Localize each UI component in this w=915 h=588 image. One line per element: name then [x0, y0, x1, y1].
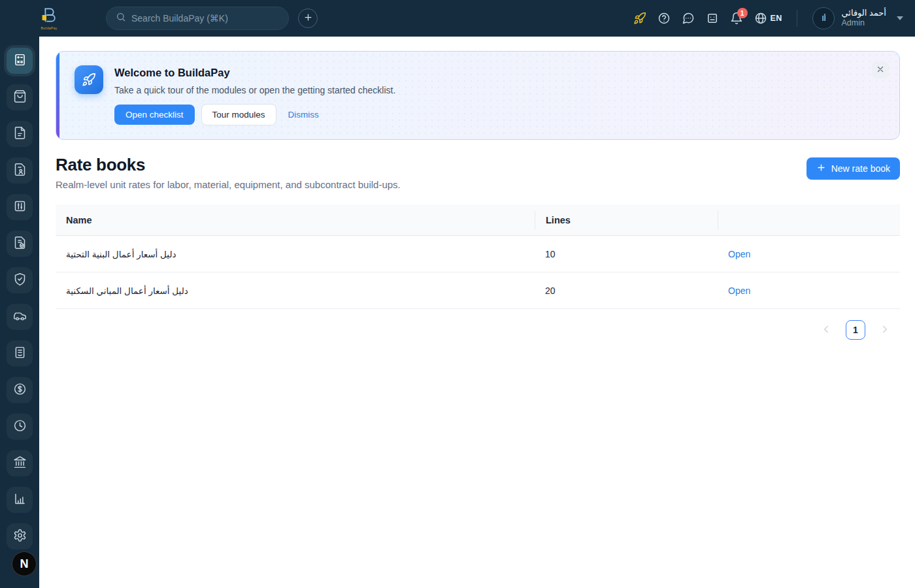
global-search[interactable] — [106, 7, 289, 30]
sidebar-item-equipment[interactable] — [7, 304, 33, 330]
chevron-down-icon — [897, 16, 903, 20]
notifications-bell-icon[interactable]: 1 — [730, 12, 743, 25]
docs-reader-icon[interactable] — [706, 12, 719, 25]
globe-icon — [754, 12, 767, 25]
file-check-icon — [13, 236, 27, 252]
open-link[interactable]: Open — [728, 286, 750, 296]
chevron-left-icon — [820, 323, 832, 337]
feedback-chat-icon[interactable] — [682, 12, 695, 25]
page-title: Rate books — [56, 155, 401, 175]
page-subtitle: Realm-level unit rates for labor, materi… — [56, 179, 401, 190]
bank-icon — [13, 455, 27, 472]
language-label: EN — [771, 14, 782, 23]
top-navbar: BuildaPay — [0, 0, 915, 37]
tour-modules-button[interactable]: Tour modules — [201, 104, 276, 125]
table-header: Name Lines — [56, 204, 900, 236]
open-checklist-button[interactable]: Open checklist — [114, 105, 195, 125]
user-name: أحمد الوفائي — [841, 8, 886, 18]
pagination-page-1[interactable]: 1 — [846, 320, 865, 340]
open-link[interactable]: Open — [728, 249, 750, 259]
sidebar-item-time[interactable] — [7, 414, 33, 440]
search-icon — [116, 12, 126, 25]
help-icon[interactable] — [657, 12, 671, 25]
file-text-icon — [13, 126, 27, 142]
welcome-banner: Welcome to BuildaPay Take a quick tour o… — [56, 51, 900, 140]
sidebar — [0, 37, 39, 588]
pagination-prev-button[interactable] — [820, 323, 832, 337]
sidebar-item-contracts[interactable] — [7, 157, 33, 184]
dollar-circle-icon — [13, 382, 27, 399]
column-header-lines: Lines — [535, 211, 718, 229]
bar-chart-icon — [13, 492, 27, 508]
plus-icon — [303, 12, 313, 24]
calculator-icon — [13, 53, 27, 69]
dismiss-link[interactable]: Dismiss — [288, 110, 319, 120]
receipt-icon — [13, 346, 27, 362]
sidebar-item-settings[interactable] — [7, 523, 33, 549]
tour-rocket-icon[interactable] — [633, 12, 646, 25]
sidebar-item-reports[interactable] — [7, 487, 33, 513]
rocket-icon — [75, 65, 103, 94]
rate-book-name: دليل أسعار أعمال المباني السكنية — [56, 286, 535, 296]
rate-book-lines: 20 — [535, 286, 718, 296]
sidebar-item-approvals[interactable] — [7, 231, 33, 257]
rate-book-name: دليل أسعار أعمال البنية التحتية — [56, 249, 535, 259]
table-row: دليل أسعار أعمال البنية التحتية 10 Open — [56, 236, 900, 272]
user-role: Admin — [841, 18, 886, 29]
rate-books-table: Name Lines دليل أسعار أعمال البنية التحت… — [56, 204, 900, 309]
shopping-bag-icon — [13, 90, 27, 106]
sidebar-item-documents[interactable] — [7, 121, 33, 147]
rate-book-lines: 10 — [535, 249, 718, 259]
navbar-divider — [797, 10, 797, 27]
sidebar-item-banking[interactable] — [7, 450, 33, 476]
table-row: دليل أسعار أعمال المباني السكنية 20 Open — [56, 272, 900, 309]
chevron-right-icon — [879, 323, 891, 337]
avatar: أا — [812, 7, 835, 29]
sidebar-item-compliance[interactable] — [7, 267, 33, 293]
brand-logo-icon — [40, 7, 58, 25]
banner-close-button[interactable] — [872, 61, 889, 78]
sidebar-item-payments[interactable] — [7, 377, 33, 403]
pagination-next-button[interactable] — [879, 323, 891, 337]
pagination: 1 — [56, 320, 900, 340]
file-user-icon — [13, 163, 27, 179]
main-content: Welcome to BuildaPay Take a quick tour o… — [39, 37, 915, 588]
sidebar-item-controls[interactable] — [7, 194, 33, 220]
brand-logo-text: BuildaPay — [41, 26, 57, 30]
shield-check-icon — [13, 272, 27, 289]
banner-accent-stripe — [56, 52, 59, 139]
language-switcher[interactable]: EN — [754, 12, 782, 25]
banner-title: Welcome to BuildaPay — [114, 67, 395, 79]
notification-badge: 1 — [737, 8, 748, 18]
search-input[interactable] — [131, 13, 279, 24]
user-menu[interactable]: أا أحمد الوفائي Admin — [812, 7, 903, 29]
plus-icon — [816, 163, 826, 174]
car-icon — [13, 309, 27, 325]
nextjs-dev-indicator[interactable]: N — [12, 551, 37, 576]
new-rate-book-button[interactable]: New rate book — [807, 157, 900, 180]
close-icon — [876, 65, 885, 76]
sliders-icon — [13, 199, 27, 216]
sidebar-item-shopping-bag[interactable] — [7, 84, 33, 110]
sidebar-item-calculator[interactable] — [7, 48, 33, 74]
clock-icon — [13, 419, 27, 435]
brand-logo[interactable]: BuildaPay — [35, 7, 63, 30]
banner-description: Take a quick tour of the modules or open… — [114, 85, 395, 95]
sidebar-item-invoices[interactable] — [7, 340, 33, 367]
column-header-name: Name — [56, 211, 535, 229]
gear-icon — [13, 529, 27, 545]
quick-add-button[interactable] — [298, 8, 318, 28]
column-header-actions — [718, 211, 900, 229]
